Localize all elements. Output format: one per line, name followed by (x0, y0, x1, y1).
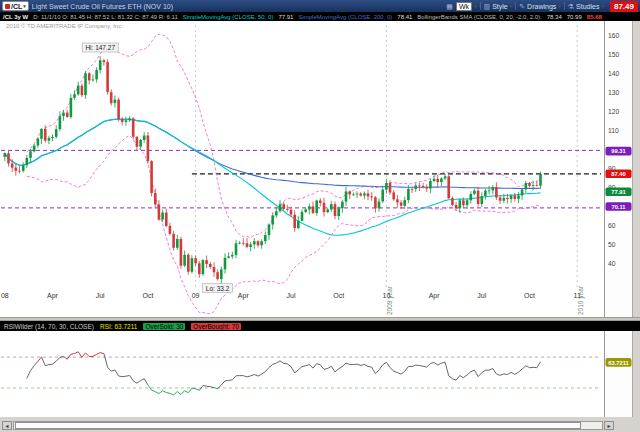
period-label: Wk (456, 2, 472, 11)
svg-text:77.91: 77.91 (611, 189, 626, 195)
rsi-title[interactable]: RSIWilder (14, 70, 30, CLOSE) (4, 323, 94, 330)
studies-label: Studies (576, 3, 599, 10)
rsi-line (27, 352, 541, 395)
calendar-icon: ▦ (446, 3, 453, 10)
chevron-down-icon: ▾ (23, 3, 26, 9)
legend-sma200-label[interactable]: SimpleMovingAvg (CLOSE, 200, 0) (298, 14, 392, 20)
svg-text:Oct: Oct (524, 292, 535, 299)
svg-text:60: 60 (608, 222, 616, 229)
rsi-chart-canvas[interactable] (0, 331, 604, 417)
legend-sma200-value: 78.41 (397, 14, 412, 20)
legend-bollinger-upper: 85.68 (587, 14, 602, 20)
lo-marker: Lo: 33.2 (203, 284, 233, 293)
legend-bollinger-mid: 78.34 (547, 14, 562, 20)
legend-sma50-value: 77.91 (278, 14, 293, 20)
svg-text:Apr: Apr (47, 292, 59, 300)
candlestick-chart-canvas[interactable]: 2009 year2010 yearHi: 147.27Lo: 33.208Ap… (0, 21, 604, 317)
symbol-type-icon (5, 4, 10, 9)
svg-text:2009 year: 2009 year (386, 285, 394, 315)
svg-text:Apr: Apr (238, 292, 250, 300)
svg-text:110: 110 (608, 127, 619, 134)
chevron-down-icon: ▾ (601, 3, 604, 9)
rsi-axis[interactable]: 63.7211 (604, 331, 632, 417)
svg-text:2010 year: 2010 year (577, 285, 585, 315)
last-price-badge: 87.49 (610, 1, 638, 12)
svg-text:Apr: Apr (429, 292, 441, 300)
scroll-left-button[interactable]: ◄ (2, 421, 12, 430)
period-button[interactable]: Wk ▾ (456, 2, 477, 11)
svg-text:Oct: Oct (333, 292, 344, 299)
svg-text:150: 150 (608, 51, 620, 58)
scroll-thumb[interactable] (15, 422, 581, 429)
style-label: Style (492, 3, 508, 10)
style-icon: ▥ (484, 3, 491, 10)
legend-bollinger-label[interactable]: BollingerBands SMA (CLOSE, 0, 20, -2.0, … (417, 14, 541, 20)
svg-text:09: 09 (192, 292, 200, 299)
rsi-chart-region: 63.7211 (0, 331, 640, 417)
trading-chart-window: /CL ▾ Light Sweet Crude Oil Futures ETH … (0, 0, 640, 432)
svg-text:130: 130 (608, 89, 620, 96)
copyright-notice: 2010 © TD AMERITRADE IP Company, Inc. (6, 23, 123, 29)
svg-text:120: 120 (608, 108, 620, 115)
oversold-chip: OverSold: 30 (143, 323, 185, 330)
chevron-down-icon: ▾ (558, 3, 561, 9)
rsi-study-header: RSIWilder (14, 70, 30, CLOSE) RSI: 63.72… (0, 321, 640, 331)
svg-text:160: 160 (608, 32, 620, 39)
chart-legend: /CL 3y W D: 11/1/10 O: 81.45 H: 87.52 L:… (0, 12, 640, 21)
svg-text:10: 10 (383, 292, 391, 299)
svg-text:87.40: 87.40 (611, 171, 625, 177)
drawings-button[interactable]: ✎ Drawings ▾ (519, 3, 561, 10)
scroll-track[interactable] (13, 421, 603, 430)
svg-text:Oct: Oct (142, 292, 153, 299)
svg-text:Jul: Jul (96, 292, 105, 299)
scroll-corner (615, 421, 638, 430)
toolbar: /CL ▾ Light Sweet Crude Oil Futures ETH … (0, 0, 640, 12)
style-button[interactable]: ▥ Style ▾ (484, 3, 513, 10)
hi-marker: Hi: 147.27 (82, 43, 118, 52)
legend-ohlc: D: 11/1/10 O: 81.45 H: 87.52 L: 81.32 C:… (33, 14, 178, 20)
chevron-down-icon: ▾ (474, 3, 477, 9)
svg-text:70.11: 70.11 (611, 204, 626, 210)
main-chart-region: 2009 year2010 yearHi: 147.27Lo: 33.208Ap… (0, 21, 640, 317)
bottom-scrollbar: ◄ ► (0, 417, 640, 432)
flask-icon: ⚗ (568, 3, 574, 10)
instrument-title: Light Sweet Crude Oil Futures ETH (NOV 1… (32, 3, 173, 10)
svg-text:99.31: 99.31 (611, 148, 626, 154)
symbol-label: /CL (11, 3, 22, 10)
pencil-icon: ✎ (519, 3, 525, 10)
svg-text:Hi: 147.27: Hi: 147.27 (85, 44, 115, 51)
svg-text:50: 50 (608, 241, 616, 248)
legend-bollinger-lower: 70.99 (567, 14, 582, 20)
sma200-line (5, 119, 541, 188)
legend-sma50-label[interactable]: SimpleMovingAvg (CLOSE, 50, 0) (183, 14, 274, 20)
svg-text:Lo: 33.2: Lo: 33.2 (206, 285, 230, 292)
overbought-chip: OverBought: 70 (191, 323, 241, 330)
svg-text:11: 11 (574, 292, 581, 299)
chevron-down-icon: ▾ (510, 3, 513, 9)
svg-text:08: 08 (1, 292, 9, 299)
studies-button[interactable]: ⚗ Studies ▾ (568, 3, 604, 10)
svg-text:Jul: Jul (477, 292, 486, 299)
window-edge (632, 21, 640, 317)
scroll-right-button[interactable]: ► (604, 421, 614, 430)
svg-text:Jul: Jul (287, 292, 296, 299)
svg-text:63.7211: 63.7211 (608, 360, 629, 366)
rsi-value-label: RSI: 63.7211 (100, 323, 137, 330)
candlestick-series (4, 56, 542, 283)
window-edge (632, 331, 640, 417)
price-axis[interactable]: 16015014013012011010090807060504099.3187… (604, 21, 632, 317)
svg-text:140: 140 (608, 70, 620, 77)
symbol-input[interactable]: /CL ▾ (2, 1, 29, 11)
legend-symbol-period: /CL 3y W (3, 14, 28, 20)
drawings-label: Drawings (527, 3, 556, 10)
svg-text:40: 40 (608, 260, 616, 267)
